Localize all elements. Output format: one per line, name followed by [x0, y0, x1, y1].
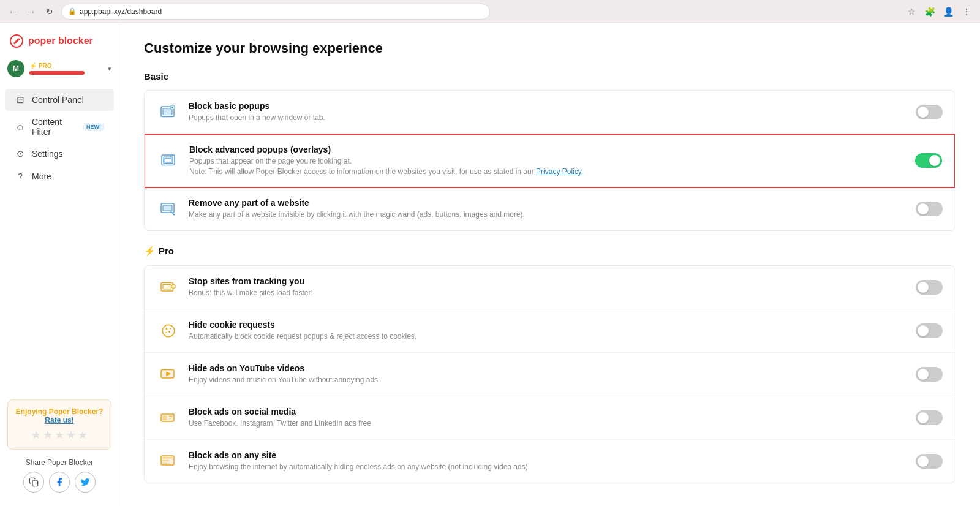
forward-button[interactable]: → — [24, 5, 38, 18]
sidebar-item-content-filter[interactable]: ☺ Content Filter NEW! — [5, 111, 114, 142]
remove-website-part-desc: Make any part of a website invisible by … — [189, 210, 907, 220]
block-basic-popups-icon — [157, 100, 180, 124]
hide-youtube-ads-title: Hide ads on YouTube videos — [189, 363, 907, 373]
svg-rect-24 — [162, 415, 167, 420]
toggle-stop-tracking[interactable] — [916, 280, 943, 295]
hide-youtube-ads-desc: Enjoy videos and music on YouTube withou… — [189, 375, 907, 385]
block-social-ads-text: Block ads on social media Use Facebook, … — [189, 407, 907, 429]
user-info: ⚡ PRO — [29, 62, 103, 75]
block-social-ads-desc: Use Facebook, Instagram, Twitter and Lin… — [189, 418, 907, 429]
star-2[interactable]: ★ — [43, 428, 53, 442]
pro-section-title: ⚡Pro — [144, 246, 956, 257]
feature-block-any-site-ads: Block ads on any site Enjoy browsing the… — [145, 440, 955, 483]
svg-rect-11 — [163, 205, 172, 211]
star-4[interactable]: ★ — [66, 428, 76, 442]
block-basic-popups-title: Block basic popups — [189, 101, 907, 111]
remove-website-part-text: Remove any part of a website Make any pa… — [189, 198, 907, 220]
sidebar-label-settings: Settings — [32, 149, 104, 159]
star-1[interactable]: ★ — [31, 428, 41, 442]
back-button[interactable]: ← — [6, 5, 20, 18]
facebook-share-button[interactable] — [49, 472, 70, 493]
url-text: app.pbapi.xyz/dashboard — [80, 7, 162, 16]
sidebar-label-control-panel: Control Panel — [32, 95, 104, 105]
sidebar: poper blocker M ⚡ PRO ▾ ⊟ Control Panel … — [0, 23, 119, 506]
svg-rect-14 — [163, 284, 172, 289]
pro-features-card: Stop sites from tracking you Bonus: this… — [144, 265, 956, 483]
toggle-block-any-site-ads[interactable] — [916, 454, 943, 469]
toggle-hide-youtube-ads[interactable] — [916, 367, 943, 382]
svg-rect-8 — [165, 159, 172, 163]
stop-tracking-desc: Bonus: this will make sites load faster! — [189, 288, 907, 298]
rate-us-link[interactable]: Rate us! — [15, 416, 104, 425]
star-3[interactable]: ★ — [55, 428, 64, 442]
rate-card-title: Enjoying Poper Blocker? — [15, 407, 104, 416]
block-any-site-ads-title: Block ads on any site — [189, 450, 907, 460]
star-5[interactable]: ★ — [78, 428, 88, 442]
address-bar[interactable]: 🔒 app.pbapi.xyz/dashboard — [61, 4, 490, 20]
logo-icon — [10, 34, 23, 48]
block-social-ads-title: Block ads on social media — [189, 407, 907, 417]
sidebar-label-content-filter: Content Filter — [32, 117, 77, 137]
basic-section-title: Basic — [144, 71, 956, 81]
feature-block-social-ads: Block ads on social media Use Facebook, … — [145, 396, 955, 440]
extension-icon[interactable]: 🧩 — [922, 4, 937, 19]
hide-cookies-text: Hide cookie requests Automatically block… — [189, 320, 907, 342]
reload-button[interactable]: ↻ — [43, 5, 56, 18]
svg-point-20 — [165, 331, 167, 333]
svg-rect-29 — [162, 459, 169, 461]
toggle-block-basic-popups[interactable] — [916, 105, 943, 119]
block-advanced-popups-desc: Popups that appear on the page you're lo… — [189, 156, 907, 177]
hide-cookies-desc: Automatically block cookie request popup… — [189, 331, 907, 342]
user-section[interactable]: M ⚡ PRO ▾ — [0, 56, 119, 86]
settings-icon: ⊙ — [15, 148, 26, 159]
browser-action-buttons: ☆ 🧩 👤 ⋮ — [904, 4, 974, 19]
stop-tracking-title: Stop sites from tracking you — [189, 276, 907, 286]
block-advanced-popups-title: Block advanced popups (overlays) — [189, 145, 907, 154]
toggle-remove-website-part[interactable] — [916, 202, 943, 216]
sidebar-footer: Enjoying Poper Blocker? Rate us! ★ ★ ★ ★… — [0, 393, 119, 499]
more-icon: ? — [15, 171, 26, 181]
feature-block-advanced-popups: Block advanced popups (overlays) Popups … — [144, 134, 956, 188]
stop-tracking-icon — [157, 276, 180, 299]
feature-hide-cookies: Hide cookie requests Automatically block… — [145, 309, 955, 353]
main-content: Customize your browsing experience Basic — [119, 23, 980, 506]
toggle-block-advanced-popups[interactable] — [915, 153, 942, 168]
browser-chrome: ← → ↻ 🔒 app.pbapi.xyz/dashboard ☆ 🧩 👤 ⋮ — [0, 0, 980, 23]
feature-stop-tracking: Stop sites from tracking you Bonus: this… — [145, 266, 955, 309]
stop-tracking-text: Stop sites from tracking you Bonus: this… — [189, 276, 907, 298]
privacy-policy-link[interactable]: Privacy Policy. — [536, 167, 583, 176]
block-advanced-popups-icon — [157, 149, 181, 172]
svg-point-18 — [168, 331, 170, 333]
toggle-block-social-ads[interactable] — [916, 410, 943, 425]
bookmark-icon[interactable]: ☆ — [904, 4, 919, 19]
block-basic-popups-text: Block basic popups Popups that open in a… — [189, 101, 907, 123]
app-container: poper blocker M ⚡ PRO ▾ ⊟ Control Panel … — [0, 23, 980, 506]
logo-text: poper blocker — [28, 36, 93, 47]
share-section: Share Poper Blocker — [7, 458, 111, 493]
profile-icon[interactable]: 👤 — [941, 4, 956, 19]
avatar: M — [7, 60, 24, 77]
sidebar-item-control-panel[interactable]: ⊟ Control Panel — [5, 89, 114, 111]
user-name-bar — [29, 71, 85, 75]
control-panel-icon: ⊟ — [15, 94, 26, 105]
toggle-hide-cookies[interactable] — [916, 323, 943, 338]
sidebar-item-more[interactable]: ? More — [5, 165, 114, 187]
block-any-site-ads-text: Block ads on any site Enjoy browsing the… — [189, 450, 907, 472]
block-basic-popups-desc: Popups that open in a new window or tab. — [189, 113, 907, 123]
rate-card: Enjoying Poper Blocker? Rate us! ★ ★ ★ ★… — [7, 399, 111, 450]
sidebar-logo: poper blocker — [0, 31, 119, 56]
menu-icon[interactable]: ⋮ — [959, 4, 974, 19]
svg-point-17 — [166, 328, 168, 330]
copy-share-button[interactable] — [23, 472, 44, 493]
twitter-share-button[interactable] — [75, 472, 96, 493]
feature-block-basic-popups: Block basic popups Popups that open in a… — [145, 91, 955, 134]
share-title: Share Poper Blocker — [7, 458, 111, 467]
feature-hide-youtube-ads: Hide ads on YouTube videos Enjoy videos … — [145, 353, 955, 396]
pro-bolt-icon: ⚡ — [144, 246, 156, 256]
sidebar-label-more: More — [32, 172, 104, 181]
remove-website-part-title: Remove any part of a website — [189, 198, 907, 208]
star-rating[interactable]: ★ ★ ★ ★ ★ — [15, 428, 104, 442]
new-badge: NEW! — [83, 123, 104, 131]
hide-cookies-icon — [157, 319, 180, 342]
sidebar-item-settings[interactable]: ⊙ Settings — [5, 143, 114, 165]
